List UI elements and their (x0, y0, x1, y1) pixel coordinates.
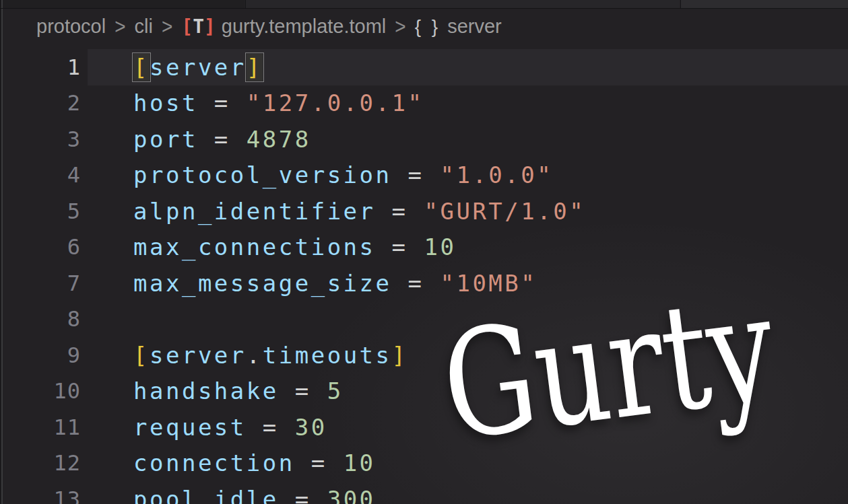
code-line-3[interactable]: 3port = 4878 (0, 121, 848, 157)
tab-segment-3[interactable] (680, 0, 848, 8)
code-text: [server] (81, 54, 263, 81)
line-number[interactable]: 3 (0, 127, 81, 152)
code-text: host = "127.0.0.1" (81, 89, 424, 116)
line-number[interactable]: 6 (0, 234, 81, 260)
code-text: alpn_identifier = "GURT/1.0" (81, 198, 585, 225)
code-line-9[interactable]: 9[server.timeouts] (0, 337, 848, 373)
code-text: request = 30 (81, 414, 327, 441)
chevron-right-icon: > (115, 14, 125, 39)
breadcrumb-item-filename[interactable]: gurty.template.toml (222, 15, 386, 38)
line-number[interactable]: 13 (0, 487, 81, 504)
line-number[interactable]: 2 (0, 90, 81, 116)
code-text: port = 4878 (81, 126, 311, 153)
editor-code-area[interactable]: 1[server]2host = "127.0.0.1"3port = 4878… (0, 49, 848, 504)
line-number[interactable]: 12 (0, 450, 81, 476)
breadcrumb-item-cli[interactable]: cli (135, 15, 153, 38)
code-line-5[interactable]: 5alpn_identifier = "GURT/1.0" (0, 193, 848, 229)
line-number[interactable]: 9 (0, 343, 81, 368)
code-text: pool_idle = 300 (81, 486, 376, 504)
code-line-8[interactable]: 8 (0, 301, 848, 338)
tab-segment-2[interactable] (245, 0, 680, 8)
chevron-right-icon: > (395, 14, 405, 39)
code-line-2[interactable]: 2host = "127.0.0.1" (0, 85, 848, 122)
breadcrumb-item-symbol-server[interactable]: server (447, 15, 502, 38)
line-number[interactable]: 11 (0, 415, 81, 440)
chevron-right-icon: > (162, 14, 172, 39)
line-number[interactable]: 10 (0, 378, 81, 404)
code-text: max_connections = 10 (81, 233, 456, 260)
code-text: handshake = 5 (81, 377, 344, 404)
line-number[interactable]: 4 (0, 162, 81, 188)
code-line-11[interactable]: 11request = 30 (0, 409, 848, 445)
code-text: connection = 10 (81, 449, 376, 476)
toml-file-icon: [T] (181, 15, 215, 38)
code-line-12[interactable]: 12connection = 10 (0, 445, 848, 482)
line-number[interactable]: 8 (0, 306, 81, 332)
code-text: max_message_size = "10MB" (81, 270, 537, 297)
code-line-13[interactable]: 13pool_idle = 300 (0, 481, 848, 504)
breadcrumb: protocol > cli > [T] gurty.template.toml… (0, 9, 848, 44)
code-line-7[interactable]: 7max_message_size = "10MB" (0, 265, 848, 301)
line-number[interactable]: 1 (0, 55, 81, 80)
line-number[interactable]: 7 (0, 271, 81, 296)
code-text: protocol_version = "1.0.0" (81, 161, 553, 188)
breadcrumb-item-protocol[interactable]: protocol (36, 15, 106, 38)
line-number[interactable]: 5 (0, 199, 81, 224)
code-line-10[interactable]: 10handshake = 5 (0, 373, 848, 410)
code-text: [server.timeouts] (81, 342, 408, 369)
code-line-4[interactable]: 4protocol_version = "1.0.0" (0, 157, 848, 194)
tab-bar-strip (0, 0, 848, 9)
symbol-braces-icon: { } (415, 16, 441, 38)
code-line-6[interactable]: 6max_connections = 10 (0, 229, 848, 266)
code-line-1[interactable]: 1[server] (0, 49, 848, 85)
tab-segment-1[interactable] (3, 0, 244, 8)
